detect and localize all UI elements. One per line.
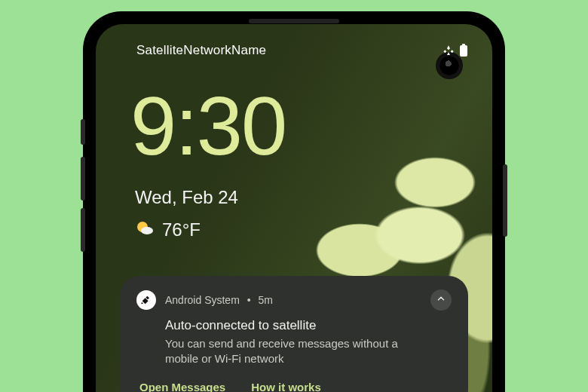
screen: SatelliteNetworkName 9:30 Wed, Feb 24 [96,24,492,392]
notification-app-line: Android System • 5m [165,294,421,306]
chevron-up-icon [436,293,446,307]
speaker-grill [249,19,339,23]
power-button[interactable] [503,164,507,237]
how-it-works-button[interactable]: How it works [251,381,321,393]
satellite-icon [443,44,455,57]
satellite-app-icon [136,290,156,310]
volume-down-button[interactable] [81,208,85,252]
svg-rect-0 [460,45,467,57]
partly-cloudy-icon [135,219,155,241]
notification-body: You can send and receive messages withou… [165,336,414,367]
status-bar: SatelliteNetworkName [96,41,492,60]
mute-switch[interactable] [81,119,85,145]
notification-title: Auto-connected to satellite [165,318,452,333]
notification-card[interactable]: Android System • 5m Auto-connected to sa… [120,276,468,392]
notification-header: Android System • 5m [136,289,452,311]
phone-frame: SatelliteNetworkName 9:30 Wed, Feb 24 [85,14,503,392]
battery-icon [459,44,468,57]
notification-actions: Open Messages How it works [139,381,452,393]
notification-separator: • [247,294,251,306]
lock-clock: 9:30 [130,84,286,167]
open-messages-button[interactable]: Open Messages [139,381,225,393]
volume-up-button[interactable] [81,157,85,201]
weather-temp: 76°F [162,219,201,240]
stage: SatelliteNetworkName 9:30 Wed, Feb 24 [0,0,588,392]
notification-time: 5m [259,294,273,306]
status-icons [443,44,468,57]
weather-row[interactable]: 76°F [135,219,201,241]
svg-rect-1 [462,44,465,46]
collapse-button[interactable] [430,289,452,311]
network-name: SatelliteNetworkName [136,43,266,58]
svg-point-3 [141,227,153,234]
lock-date: Wed, Feb 24 [135,187,238,208]
notification-app-name: Android System [165,294,240,306]
